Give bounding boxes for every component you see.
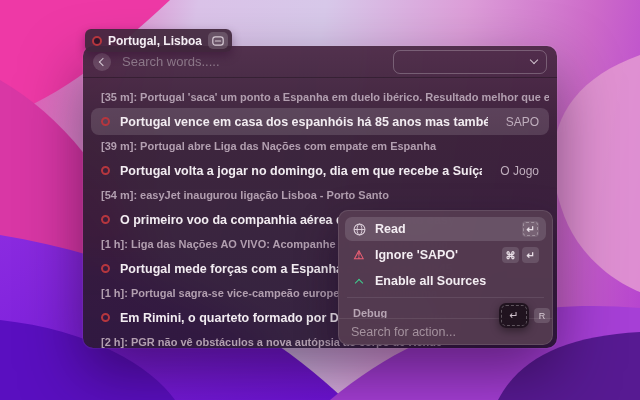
return-keycap: ↵	[499, 303, 529, 328]
globe-icon	[352, 223, 366, 236]
return-key: ↵	[522, 221, 539, 237]
record-icon	[101, 117, 110, 126]
menu-separator	[347, 297, 544, 298]
feed-group: [39 m]: Portugal abre Liga das Nações co…	[91, 139, 549, 188]
action-menu-item-label: Read	[375, 222, 406, 236]
action-menu: Read↵⚠Ignore 'SAPO'⌘↵Enable all SourcesD…	[338, 210, 553, 345]
record-icon	[101, 166, 110, 175]
record-icon	[101, 215, 110, 224]
feed-group-header: [35 m]: Portugal 'saca' um ponto a Espan…	[91, 90, 549, 105]
feed-group-header: [54 m]: easyJet inaugurou ligação Lisboa…	[91, 188, 549, 203]
location-pill-label: Portugal, Lisboa	[108, 35, 202, 47]
feed-item[interactable]: Portugal vence em casa dos espanhóis há …	[91, 108, 549, 135]
record-icon	[101, 313, 110, 322]
feed-item-title: Portugal vence em casa dos espanhóis há …	[120, 115, 488, 129]
filter-dropdown[interactable]	[393, 50, 547, 74]
feed-item-source: SAPO	[498, 115, 539, 129]
return-key: ↵	[522, 247, 539, 263]
desktop: Portugal, Lisboa [35 m]: Portugal 'saca'…	[0, 0, 640, 400]
back-button[interactable]	[93, 53, 111, 71]
r-keycap: R	[534, 308, 550, 323]
action-menu-item[interactable]: Enable all Sources	[345, 269, 546, 293]
chevron-down-icon	[530, 56, 538, 64]
feed-group-header: [39 m]: Portugal abre Liga das Nações co…	[91, 139, 549, 154]
record-icon	[101, 264, 110, 273]
shortcut-keys: ↵	[522, 221, 539, 237]
feed-item-source: O Jogo	[492, 164, 539, 178]
feed-item[interactable]: Portugal volta a jogar no domingo, dia e…	[91, 157, 549, 184]
caret-up-glyph	[355, 278, 363, 286]
action-menu-item[interactable]: ⚠Ignore 'SAPO'⌘↵	[345, 243, 546, 267]
feed-group: [35 m]: Portugal 'saca' um ponto a Espan…	[91, 90, 549, 139]
command-key: ⌘	[502, 247, 519, 263]
record-icon	[92, 36, 102, 46]
tray-button[interactable]	[208, 32, 228, 49]
app-window: [35 m]: Portugal 'saca' um ponto a Espan…	[83, 46, 557, 348]
action-menu-item-label: Ignore 'SAPO'	[375, 248, 458, 262]
action-menu-item-label: Enable all Sources	[375, 274, 486, 288]
shortcut-keys: ⌘↵	[502, 247, 539, 263]
search-input[interactable]	[120, 53, 384, 70]
feed-item-title: Portugal volta a jogar no domingo, dia e…	[120, 164, 482, 178]
location-pill[interactable]: Portugal, Lisboa	[85, 29, 232, 52]
tray-icon	[212, 36, 224, 46]
caret-up-icon	[352, 277, 366, 286]
chevron-left-icon	[99, 57, 107, 65]
warning-icon: ⚠	[352, 249, 366, 261]
action-menu-body: Read↵⚠Ignore 'SAPO'⌘↵Enable all SourcesD…	[339, 211, 552, 318]
action-menu-item[interactable]: Read↵	[345, 217, 546, 241]
